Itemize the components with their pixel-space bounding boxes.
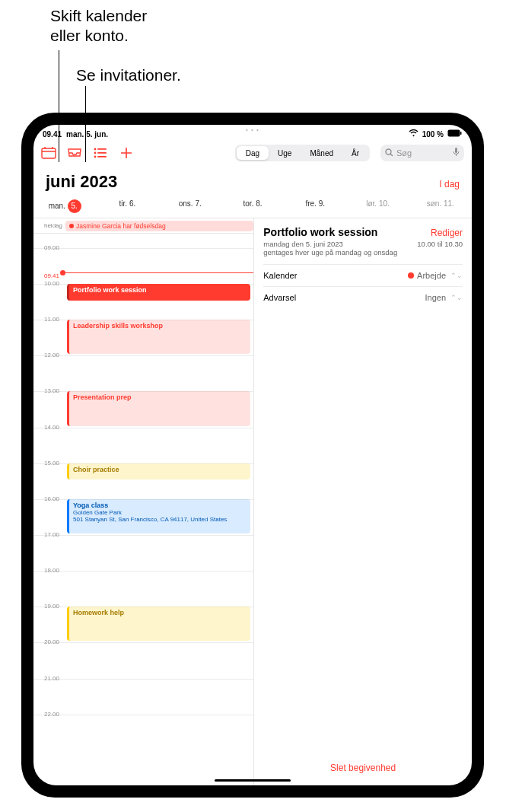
month-header: juni 2023 I dag xyxy=(33,164,472,196)
event-dot-icon xyxy=(69,224,74,228)
day-cell[interactable]: man. 5. xyxy=(33,199,96,213)
callout-see-invitations: Se invitationer. xyxy=(76,65,181,85)
seg-day[interactable]: Dag xyxy=(237,146,269,160)
inbox-icon[interactable] xyxy=(67,146,82,160)
delete-event-button[interactable]: Slet begivenhed xyxy=(263,755,463,781)
status-date: man. 5. jun. xyxy=(66,130,108,139)
hour-label: 09.00 xyxy=(33,244,62,251)
today-button[interactable]: I dag xyxy=(439,179,460,189)
svg-point-14 xyxy=(386,149,391,154)
add-icon[interactable] xyxy=(119,146,134,160)
allday-event[interactable]: Jasmine Garcia har fødselsdag xyxy=(65,221,253,231)
list-icon[interactable] xyxy=(93,146,108,160)
calendar-event[interactable]: Leadership skills workshop xyxy=(67,320,250,354)
hour-label: 13.00 xyxy=(33,387,62,394)
calendar-value: Arbejde xyxy=(417,271,446,280)
calendar-event[interactable]: Yoga classGolden Gate Park501 Stanyan St… xyxy=(67,499,250,533)
month-title: juni 2023 xyxy=(46,172,117,192)
hour-label: 12.00 xyxy=(33,352,62,358)
hour-label: 10.00 xyxy=(33,280,62,287)
notch-dots: • • • xyxy=(246,126,259,133)
alert-row-label: Advarsel xyxy=(263,293,296,302)
calendar-event[interactable]: Portfolio work session xyxy=(67,284,250,301)
chevron-icon: ⌃⌄ xyxy=(450,272,463,279)
hour-row: 09.00 xyxy=(33,248,253,249)
battery-text: 100 % xyxy=(422,130,444,139)
svg-rect-1 xyxy=(460,132,462,135)
hour-label: 21.00 xyxy=(33,675,62,682)
alert-row[interactable]: Advarsel Ingen ⌃⌄ xyxy=(263,286,463,308)
svg-point-8 xyxy=(94,152,97,154)
svg-rect-9 xyxy=(97,152,107,154)
svg-rect-7 xyxy=(97,148,107,150)
callout-switch-calendar: Skift kalendereller konto. xyxy=(50,6,147,45)
hour-row: 14.00 xyxy=(33,428,253,428)
detail-title: Portfolio work session xyxy=(263,226,377,238)
toolbar: Dag Uge Måned År Søg xyxy=(33,142,472,164)
hour-row: 22.00 xyxy=(33,715,253,715)
day-cell[interactable]: ons. 7. xyxy=(159,199,221,213)
seg-year[interactable]: År xyxy=(342,146,368,160)
wifi-icon xyxy=(409,129,418,139)
hour-label: 14.00 xyxy=(33,424,62,431)
event-detail-panel: Portfolio work session Rediger mandag de… xyxy=(254,218,472,785)
calendar-row-label: Kalender xyxy=(263,271,297,280)
device-frame: • • • 09.41 man. 5. jun. 100 % xyxy=(21,113,484,798)
days-row: man. 5.tir. 6.ons. 7.tor. 8.fre. 9.lør. … xyxy=(33,196,472,218)
now-indicator-line xyxy=(62,272,253,273)
calendar-color-dot xyxy=(408,272,414,279)
hour-label: 17.00 xyxy=(33,531,62,538)
alert-value: Ingen xyxy=(425,293,446,302)
allday-event-title: Jasmine Garcia har fødselsdag xyxy=(76,222,166,230)
view-segmented-control[interactable]: Dag Uge Måned År xyxy=(235,145,370,161)
day-cell[interactable]: tir. 6. xyxy=(96,199,158,213)
callout-line xyxy=(59,50,59,162)
mic-icon[interactable] xyxy=(453,148,460,158)
svg-rect-11 xyxy=(97,156,107,158)
hour-row: 18.00 xyxy=(33,571,253,572)
search-placeholder: Søg xyxy=(396,148,412,158)
hour-label: 11.00 xyxy=(33,316,62,323)
hour-label: 22.00 xyxy=(33,711,62,718)
chevron-icon: ⌃⌄ xyxy=(450,294,463,301)
detail-date: mandag den 5. juni 2023 xyxy=(263,240,343,248)
hour-row: 12.00 xyxy=(33,355,253,356)
detail-time: 10.00 til 10.30 xyxy=(417,240,463,248)
day-cell[interactable]: tor. 8. xyxy=(221,199,284,213)
calendars-icon[interactable] xyxy=(41,146,56,160)
hour-label: 18.00 xyxy=(33,567,62,574)
hour-label: 16.00 xyxy=(33,495,62,502)
edit-button[interactable]: Rediger xyxy=(431,228,463,238)
svg-rect-0 xyxy=(448,130,460,137)
day-cell[interactable]: søn. 11. xyxy=(409,199,472,213)
now-indicator-label: 09.41 xyxy=(33,272,62,279)
hour-label: 19.00 xyxy=(33,603,62,610)
calendar-event[interactable]: Choir practice xyxy=(67,463,250,480)
allday-row: heldag Jasmine Garcia har fødselsdag xyxy=(33,218,253,234)
calendar-row[interactable]: Kalender Arbejde ⌃⌄ xyxy=(263,264,463,286)
svg-point-6 xyxy=(94,148,97,151)
seg-month[interactable]: Måned xyxy=(301,146,342,160)
hours-grid[interactable]: 09.0010.0011.0012.0013.0014.0015.0016.00… xyxy=(33,234,253,785)
svg-rect-16 xyxy=(455,148,457,153)
day-cell[interactable]: fre. 9. xyxy=(284,199,346,213)
calendar-event[interactable]: Presentation prep xyxy=(67,391,250,425)
screen: • • • 09.41 man. 5. jun. 100 % xyxy=(33,125,472,785)
detail-repeat: gentages hver uge på mandag og onsdag xyxy=(263,248,463,256)
callout-line xyxy=(85,86,86,162)
hour-label: 20.00 xyxy=(33,638,62,645)
seg-week[interactable]: Uge xyxy=(269,146,301,160)
hour-row: 20.00 xyxy=(33,642,253,643)
svg-point-10 xyxy=(94,156,97,158)
day-cell[interactable]: lør. 10. xyxy=(346,199,409,213)
timeline-column[interactable]: heldag Jasmine Garcia har fødselsdag 09.… xyxy=(33,218,254,785)
search-icon xyxy=(385,148,393,158)
hour-row: 21.00 xyxy=(33,679,253,680)
hour-row: 17.00 xyxy=(33,535,253,536)
battery-icon xyxy=(447,129,463,139)
svg-rect-2 xyxy=(42,148,56,158)
search-input[interactable]: Søg xyxy=(380,145,464,161)
home-indicator[interactable] xyxy=(215,779,291,782)
calendar-event[interactable]: Homework help xyxy=(67,607,250,641)
hour-label: 15.00 xyxy=(33,460,62,467)
